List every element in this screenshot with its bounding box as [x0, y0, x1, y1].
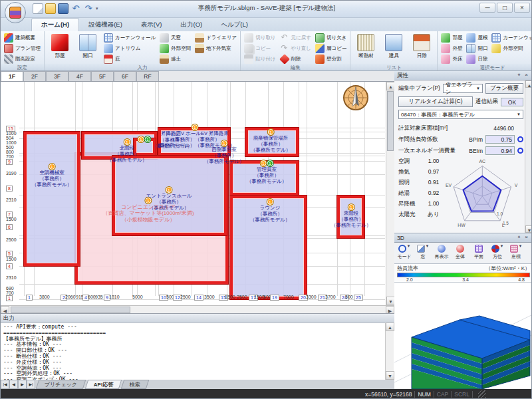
metric-value: あり	[428, 211, 439, 219]
ribbon-button[interactable]: 切り欠き	[314, 33, 348, 43]
ribbon-button[interactable]: 外床	[440, 54, 464, 64]
ribbon-tab[interactable]: 表示(V)	[132, 19, 172, 31]
plan-horizontal-scrollbar[interactable]: ◀ ▶	[1, 305, 394, 313]
ribbon-tab[interactable]: ホーム(H)	[31, 18, 79, 31]
ribbon-button[interactable]: 開口	[74, 33, 101, 63]
ribbon-button[interactable]: 地下外気室	[194, 43, 238, 53]
grid-dimension: 6	[6, 224, 13, 230]
output-log[interactable]: --- API要求：compute ---===================…	[1, 323, 394, 380]
cube-green-icon	[441, 33, 450, 43]
ribbon-button[interactable]: 削除	[279, 54, 313, 64]
ribbon-button[interactable]: 外部空間	[158, 43, 192, 53]
ribbon-button[interactable]: 階高設定	[3, 54, 42, 64]
floor-tab-1f[interactable]: 1F	[1, 71, 23, 81]
ribbon-tab[interactable]: ヘルプ(L)	[211, 19, 257, 31]
close-button[interactable]: ×	[514, 3, 530, 13]
toolbar-3d-平面[interactable]: 平面	[470, 244, 487, 262]
comm-result-label: 通信結果	[475, 98, 498, 106]
ribbon-button[interactable]: 建具	[380, 33, 407, 63]
ribbon-button[interactable]: 部屋	[440, 33, 464, 43]
room-label: 11	[138, 136, 151, 143]
output-tab-active[interactable]: API応答	[85, 380, 122, 389]
ribbon-button[interactable]: 外壁	[440, 43, 464, 53]
close-panel-icon[interactable]: ×	[523, 72, 530, 79]
floor-tab-2f[interactable]: 2F	[23, 71, 46, 81]
ribbon-button[interactable]: ドライエリア	[194, 33, 238, 43]
model-select[interactable]: 08470：事務所：事務所モデル▼	[398, 110, 523, 119]
toolbar-3d-再表示[interactable]: 再表示	[433, 244, 450, 262]
plan-vertical-scrollbar[interactable]: ▲ ▼	[386, 82, 394, 305]
ribbon-button[interactable]: 層コピー	[314, 43, 348, 53]
soil-icon	[195, 44, 204, 53]
ribbon-button[interactable]: 日除	[465, 54, 489, 64]
ribbon-button-label: 切り取り	[255, 35, 275, 41]
building-3d-model	[394, 283, 532, 389]
plane-icon	[475, 245, 483, 253]
floor-plan-canvas[interactable]: ▲ ▼ 1空調機械室（事務所）（事務所モデル）1北階段（事務所）（事務所モデル）…	[1, 82, 394, 305]
ribbon-button[interactable]: 部屋	[47, 33, 73, 63]
realtime-calc-button[interactable]: リアルタイム計算(C)	[398, 96, 473, 107]
room-label: 1東階段（事務所）（事務所モデル）	[331, 204, 372, 229]
output-nav-button[interactable]: |◀	[1, 380, 9, 389]
editing-plan-select[interactable]: 省エネプラン▼	[443, 84, 483, 93]
ribbon-button[interactable]: 開口	[465, 43, 489, 53]
ribbon-button[interactable]: 外部空間	[490, 43, 532, 53]
room[interactable]	[24, 132, 80, 266]
ribbon-button[interactable]: 壁分割	[314, 54, 348, 64]
output-nav-button[interactable]: ◀	[9, 380, 18, 389]
ribbon-button[interactable]: 屋根	[465, 33, 489, 43]
ribbon-button[interactable]: 断熱材	[352, 33, 379, 63]
pin-icon[interactable]: ⌖	[515, 72, 523, 79]
ribbon-button[interactable]: 庇	[102, 54, 157, 64]
ribbon-tab[interactable]: 出力(O)	[171, 19, 211, 31]
floor-tab-5f[interactable]: 5F	[91, 71, 114, 81]
ribbon-button[interactable]: 盛土	[158, 54, 192, 64]
application-menu-button[interactable]	[5, 2, 26, 23]
toolbar-3d-座標[interactable]: ▼座標	[507, 244, 525, 262]
resize-grip[interactable]	[478, 390, 486, 398]
grid-dimension: 1000	[6, 140, 17, 145]
recalc-icon[interactable]	[517, 136, 523, 142]
floor-tab-6f[interactable]: 6F	[114, 71, 136, 81]
status-indicator-cap: CAP	[437, 391, 448, 398]
close-panel-icon[interactable]: ×	[523, 234, 530, 241]
ribbon-button[interactable]: カーテンウォール	[490, 33, 532, 43]
output-nav-button[interactable]: ▶|	[27, 380, 35, 389]
viewport-3d[interactable]	[394, 283, 532, 389]
output-nav-button[interactable]: ▶	[18, 380, 27, 389]
marker-row: 1	[204, 140, 245, 146]
toolbar-3d-全体[interactable]: 全体	[452, 244, 469, 262]
floor-tab-4f[interactable]: 4F	[68, 71, 91, 81]
door-icon	[385, 34, 402, 51]
ribbon-button[interactable]: アトリウム	[102, 43, 157, 53]
toolbar-3d-窓[interactable]: ▼窓	[414, 244, 432, 262]
ribbon-tab[interactable]: 設備機器(E)	[79, 19, 132, 31]
minimize-button[interactable]: ─	[479, 3, 495, 13]
floor-tab-3f[interactable]: 3F	[46, 71, 68, 81]
floor-tab-rf[interactable]: RF	[136, 71, 159, 81]
marker-row: 1	[32, 164, 72, 170]
output-tab-inactive[interactable]: 検索	[121, 380, 150, 389]
ribbon-button-label: 階高設定	[15, 56, 35, 63]
output-scrollbar[interactable]: ▲ ▼	[385, 323, 394, 380]
recalc-icon[interactable]	[517, 148, 523, 154]
room-label: 1空調機械室（事務所）（事務所モデル）	[32, 164, 72, 188]
plan-summary-button[interactable]: プラン概要	[485, 83, 523, 94]
room-label-line: （事務所モデル）	[107, 158, 148, 164]
toolbar-3d-方位[interactable]: ▼方位	[489, 244, 506, 262]
ribbon-button[interactable]: カーテンウォール	[102, 33, 157, 43]
ribbon: 建築概要プラン管理階高設定設定部屋開口カーテンウォールアトリウム庇天窓外部空間盛…	[1, 31, 532, 71]
dropdown-arrow-icon: ▼	[426, 244, 430, 253]
ribbon-button[interactable]: 天窓	[158, 33, 192, 43]
ribbon-button[interactable]: プラン管理	[3, 43, 42, 53]
bpi-label: 年間熱負荷係数	[398, 136, 438, 144]
grid-dimension: 3700	[325, 295, 336, 299]
cube-red-icon	[51, 34, 68, 51]
ribbon-button[interactable]: 建築概要	[3, 33, 42, 43]
toolbar-3d-モード[interactable]: ▼モード	[396, 244, 413, 262]
maximize-button[interactable]: □	[497, 3, 513, 13]
metric-row: 換気0.97	[398, 168, 439, 176]
ribbon-button[interactable]: 日除	[408, 33, 435, 63]
output-tab-inactive[interactable]: プリチェック	[36, 380, 86, 389]
attributes-scrollbar[interactable]: ▲ ▼	[525, 80, 532, 233]
